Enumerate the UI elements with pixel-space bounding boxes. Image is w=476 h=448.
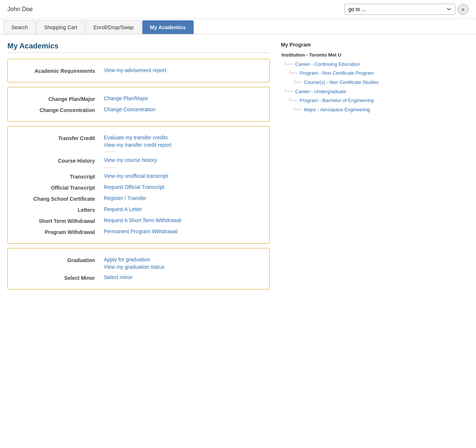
row-transfer-credit: Transfer Credit Evaluate my transfer cre… <box>15 132 262 150</box>
page-title: My Academics <box>7 42 270 53</box>
link-view-graduation-status[interactable]: View my graduation status <box>104 264 164 270</box>
tree-career-undergrad: └── Career - Undergraduate <box>281 87 469 96</box>
row-select-minor: Select Minor Select minor <box>15 272 262 283</box>
links-academic-requirements: View my advisement report <box>104 67 166 73</box>
row-official-transcript: Official Transcript Request Official Tra… <box>15 182 262 193</box>
link-request-official-transcript[interactable]: Request Official Transcript <box>104 184 164 190</box>
link-select-minor[interactable]: Select minor <box>104 274 133 280</box>
link-change-concentration[interactable]: Change Concentration <box>104 106 156 112</box>
links-transfer-credit: Evaluate my transfer credits View my tra… <box>104 135 171 148</box>
link-evaluate-transfer-credits[interactable]: Evaluate my transfer credits <box>104 135 171 140</box>
links-graduation: Apply for graduation View my graduation … <box>104 257 164 270</box>
link-view-advisement-report[interactable]: View my advisement report <box>104 67 166 73</box>
main-content: My Academics Academic Requirements View … <box>0 34 476 301</box>
divider-transfer <box>104 152 115 152</box>
tree-program-beng: └── Program - Bachelor of Engineering <box>281 96 469 105</box>
program-tree: Institution - Toronto Met U └── Career -… <box>281 51 469 115</box>
links-transcript: View my unofficial transcript <box>104 173 168 179</box>
label-change-plan-major: Change Plan/Major <box>15 95 104 102</box>
links-letters: Request A Letter <box>104 206 142 212</box>
links-chang-school: Register / Transfer <box>104 195 146 201</box>
link-apply-graduation[interactable]: Apply for graduation <box>104 257 164 262</box>
right-panel: My Program Institution - Toronto Met U └… <box>277 42 469 294</box>
links-short-term-withdrawal: Request A Short Term Withdrawal <box>104 217 181 223</box>
label-program-withdrawal: Program Withdrawal <box>15 228 104 235</box>
tree-major-aerospace: └── Major - Aerospace Engineering <box>281 105 469 115</box>
tab-shopping-cart[interactable]: Shopping Cart <box>36 20 85 34</box>
tabs-bar: Search Shopping Cart Enroll/Drop/Swap My… <box>0 20 476 34</box>
top-bar: John Doe go to ... » <box>0 0 476 19</box>
links-change-concentration: Change Concentration <box>104 106 156 112</box>
row-change-concentration: Change Concentration Change Concentratio… <box>15 104 262 115</box>
tree-institution: Institution - Toronto Met U <box>281 51 469 60</box>
links-program-withdrawal: Permanent Program Withdrawal <box>104 228 177 234</box>
row-change-plan-major: Change Plan/Major Change Plan/Major <box>15 93 262 104</box>
tree-connector-beng: └── <box>288 96 299 105</box>
tab-my-academics[interactable]: My Academics <box>142 20 194 34</box>
tree-program-non-cert: └── Program - Non Certificate Program <box>281 69 469 78</box>
row-chang-school: Chang School Certificate Register / Tran… <box>15 193 262 204</box>
link-program-non-certificate[interactable]: Program - Non Certificate Program <box>300 69 374 78</box>
row-graduation: Graduation Apply for graduation View my … <box>15 254 262 272</box>
card-records: Transfer Credit Evaluate my transfer cre… <box>7 126 270 244</box>
my-program-title: My Program <box>281 42 469 48</box>
links-change-plan-major: Change Plan/Major <box>104 95 148 101</box>
label-official-transcript: Official Transcript <box>15 184 104 191</box>
label-chang-school: Chang School Certificate <box>15 195 104 202</box>
label-change-concentration: Change Concentration <box>15 106 104 113</box>
label-letters: Letters <box>15 206 104 213</box>
row-course-history: Course History View my course history <box>15 155 262 166</box>
tree-institution-label: Institution - Toronto Met U <box>282 51 341 60</box>
goto-select[interactable]: go to ... <box>344 4 455 15</box>
links-official-transcript: Request Official Transcript <box>104 184 164 190</box>
row-short-term-withdrawal: Short Term Withdrawal Request A Short Te… <box>15 215 262 226</box>
tab-search[interactable]: Search <box>4 20 35 34</box>
link-request-letter[interactable]: Request A Letter <box>104 206 142 212</box>
tree-connector-ce: └── <box>284 60 295 68</box>
row-program-withdrawal: Program Withdrawal Permanent Program Wit… <box>15 226 262 237</box>
row-transcript: Transcript View my unofficial transcript <box>15 171 262 182</box>
tree-connector-undergrad: └── <box>284 87 295 96</box>
goto-go-button[interactable]: » <box>458 4 469 15</box>
row-academic-requirements: Academic Requirements View my advisement… <box>15 65 262 76</box>
label-academic-requirements: Academic Requirements <box>15 67 104 74</box>
link-program-bachelor-engineering[interactable]: Program - Bachelor of Engineering <box>300 96 374 105</box>
tab-enroll-drop-swap[interactable]: Enroll/Drop/Swap <box>86 20 142 34</box>
link-request-short-term-withdrawal[interactable]: Request A Short Term Withdrawal <box>104 217 181 223</box>
label-transfer-credit: Transfer Credit <box>15 135 104 141</box>
link-view-transfer-credit-report[interactable]: View my transfer credit report <box>104 142 171 148</box>
label-graduation: Graduation <box>15 257 104 263</box>
tree-connector-non-cert: └── <box>288 69 299 77</box>
goto-area: go to ... » <box>344 4 469 15</box>
links-select-minor: Select minor <box>104 274 133 280</box>
card-graduation: Graduation Apply for graduation View my … <box>7 248 270 289</box>
link-register-transfer[interactable]: Register / Transfer <box>104 195 146 201</box>
tree-courses-non-cert: └── Course(s) - Non Certificate Studies <box>281 78 469 87</box>
link-permanent-program-withdrawal[interactable]: Permanent Program Withdrawal <box>104 228 177 234</box>
link-courses-non-certificate-studies[interactable]: Course(s) - Non Certificate Studies <box>304 78 379 87</box>
card-academic-requirements: Academic Requirements View my advisement… <box>7 59 270 82</box>
label-course-history: Course History <box>15 157 104 164</box>
label-select-minor: Select Minor <box>15 274 104 281</box>
tree-connector-aerospace: └── <box>293 105 303 114</box>
label-short-term-withdrawal: Short Term Withdrawal <box>15 217 104 224</box>
row-letters: Letters Request A Letter <box>15 204 262 215</box>
links-course-history: View my course history <box>104 157 157 163</box>
user-name: John Doe <box>7 6 33 13</box>
tree-connector-courses-non-cert: └── <box>293 78 303 86</box>
link-major-aerospace-engineering[interactable]: Major - Aerospace Engineering <box>304 105 370 115</box>
link-view-unofficial-transcript[interactable]: View my unofficial transcript <box>104 173 168 179</box>
tree-career-ce: └── Career - Continuing Education <box>281 60 469 69</box>
label-transcript: Transcript <box>15 173 104 180</box>
left-panel: My Academics Academic Requirements View … <box>7 42 270 294</box>
link-career-undergraduate[interactable]: Career - Undergraduate <box>295 87 346 96</box>
link-view-course-history[interactable]: View my course history <box>104 157 157 163</box>
divider-course <box>104 167 115 168</box>
card-change-plan: Change Plan/Major Change Plan/Major Chan… <box>7 87 270 122</box>
link-change-plan-major[interactable]: Change Plan/Major <box>104 95 148 101</box>
link-career-continuing-education[interactable]: Career - Continuing Education <box>295 60 360 69</box>
